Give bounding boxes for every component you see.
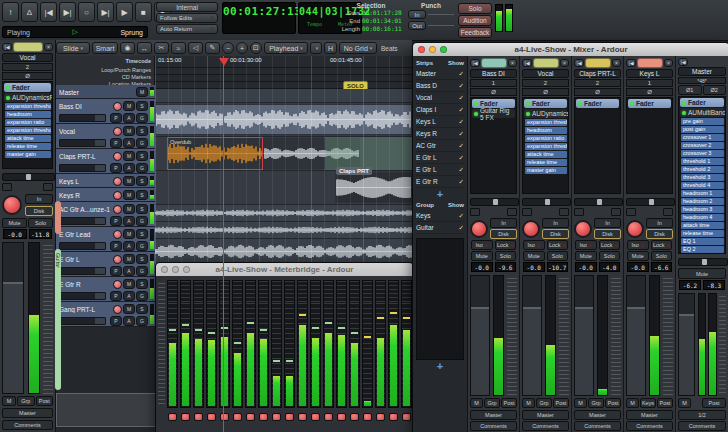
comments-button[interactable]: Comments (678, 421, 726, 431)
track-playlist-button[interactable]: P (110, 113, 122, 123)
grid-unit-label[interactable]: Beats (381, 45, 398, 52)
solo-iso-button[interactable]: Iso (523, 240, 545, 250)
track-solo-button[interactable]: S (136, 126, 148, 136)
track-name[interactable]: Keys R (59, 192, 112, 199)
strip-visible-check[interactable]: ✓ (459, 116, 464, 127)
canvas-row-vocal[interactable]: Overdub (155, 137, 412, 171)
track-name[interactable]: AC Gtr A...unze-1 (59, 206, 112, 213)
transport-button[interactable]: ○ (78, 2, 95, 22)
plugin-control-chip[interactable]: release time (5, 143, 51, 150)
pan-left-button[interactable] (522, 208, 532, 216)
track-group-button[interactable]: G (136, 316, 148, 326)
monitor-disk-button[interactable]: Disk (646, 229, 673, 239)
mute-button[interactable]: Mute (2, 218, 27, 228)
fader-processor[interactable]: Fader (576, 99, 619, 108)
pan-right-button[interactable] (663, 208, 673, 216)
follow-edits-toggle[interactable]: Follow Edits (156, 13, 218, 23)
output-button[interactable]: 1/2 (678, 410, 726, 420)
phase-invert-button[interactable]: Ø (470, 88, 517, 96)
processor-led[interactable] (526, 102, 530, 106)
strip-input-count[interactable]: 1 (470, 79, 517, 87)
metering-point-button[interactable]: M (522, 398, 535, 408)
metering-point-button[interactable]: M (574, 398, 587, 408)
track-mute-button[interactable]: M (123, 151, 135, 161)
meter-post-button[interactable]: Post (657, 398, 673, 408)
pan-left-button[interactable] (574, 208, 584, 216)
edit-tool-button[interactable]: ✎ (205, 42, 220, 54)
track-header[interactable]: AC Gtr A...unze-1 M S P A G (56, 202, 155, 227)
audio-region-claps[interactable] (335, 172, 412, 203)
processor-box[interactable]: Fader Guitar Rig 5 FX (470, 97, 517, 194)
ruler-row-timecode[interactable]: Timecode (56, 56, 151, 67)
fader-processor[interactable]: Fader (524, 99, 567, 108)
transport-button[interactable]: ▶| (59, 2, 76, 22)
mute-button[interactable]: Mute (627, 251, 649, 261)
record-enable-dot[interactable] (259, 413, 268, 421)
strip-color-box[interactable] (585, 58, 611, 68)
strip-name-button[interactable]: Master (678, 67, 726, 76)
strips-list-item[interactable]: E Gtr L✓ (416, 152, 464, 164)
group-visible-check[interactable]: ✓ (459, 210, 464, 221)
meter-post-button[interactable]: Post (605, 398, 621, 408)
strip-visible-check[interactable]: ✓ (459, 92, 464, 103)
gain-fader[interactable] (678, 293, 695, 396)
record-enable-button[interactable] (470, 220, 488, 238)
processor-led[interactable] (6, 86, 10, 90)
record-enable-dot[interactable] (272, 413, 281, 421)
selection-end-value[interactable]: 00:01:34:01 (362, 17, 402, 25)
strip-close-button[interactable]: × (560, 59, 569, 67)
pan-slider[interactable] (678, 258, 728, 266)
solo-iso-button[interactable]: Iso (575, 240, 597, 250)
track-mute-button[interactable]: M (123, 126, 135, 136)
record-enable-dot[interactable] (389, 413, 398, 421)
plugin-control-chip[interactable]: threshold 2 (681, 166, 724, 173)
strip-color-box[interactable] (637, 58, 663, 68)
edit-tool-button[interactable]: ↔ (137, 42, 152, 54)
track-record-button[interactable] (113, 280, 122, 289)
track-record-button[interactable] (113, 102, 122, 111)
plugin-control-chip[interactable]: master gain (5, 151, 51, 158)
strip-name-button[interactable]: Bass DI (470, 69, 517, 78)
zoom-fit-button[interactable]: ⊡ (250, 42, 262, 54)
meter-post-button[interactable]: Post (553, 398, 569, 408)
peak-display[interactable]: -4.0 (599, 262, 621, 272)
output-button[interactable]: Master (574, 410, 621, 420)
track-group-button[interactable]: G (136, 216, 148, 226)
strip-name-button[interactable]: Vocal (2, 53, 53, 62)
monitor-disk-button[interactable]: Disk (25, 206, 53, 216)
shuttle-indicator[interactable]: ▷ (30, 28, 120, 36)
minimize-window-button[interactable] (172, 266, 179, 273)
record-enable-dot[interactable] (311, 413, 320, 421)
plugin-control-chip[interactable]: headroom 2 (681, 198, 724, 205)
mute-button[interactable]: Mute (523, 251, 545, 261)
track-header[interactable]: Keys R M S P A G (56, 188, 155, 202)
peak-display[interactable]: -11.8 (29, 229, 53, 239)
strips-list-item[interactable]: Master✓ (416, 68, 464, 80)
meter-post-button[interactable]: Post (702, 398, 726, 408)
zoom-window-button[interactable] (440, 46, 447, 53)
mute-button[interactable]: Mute (575, 251, 597, 261)
ruler-row-loop-punch[interactable]: Loop/Punch Ranges (56, 67, 151, 74)
group-button[interactable]: Grp (536, 398, 552, 408)
pan-left-button[interactable] (2, 183, 12, 191)
track-record-button[interactable] (113, 152, 122, 161)
plugin-control-chip[interactable]: expansion threshold (525, 119, 567, 126)
shuttle-mode[interactable]: Sprung (120, 29, 143, 36)
plugin-processor[interactable]: AUMultiBand (680, 108, 724, 117)
strips-list-item[interactable]: E Gtr R✓ (416, 176, 464, 188)
pan-right-button[interactable] (507, 208, 517, 216)
fader-lock-button[interactable]: Lock (651, 240, 673, 250)
comments-button[interactable]: Comments (626, 421, 673, 431)
record-enable-dot[interactable] (402, 413, 411, 421)
strips-list-item[interactable]: E Gtr L✓ (416, 164, 464, 176)
record-enable-dot[interactable] (350, 413, 359, 421)
show-column-header[interactable]: Show (448, 60, 464, 66)
plugin-control-chip[interactable]: headroom 3 (681, 206, 724, 213)
close-window-button[interactable] (161, 266, 168, 273)
record-enable-dot[interactable] (324, 413, 333, 421)
track-playlist-button[interactable]: P (110, 216, 122, 226)
track-group-button[interactable]: G (136, 113, 148, 123)
track-gain-slider[interactable] (59, 114, 106, 122)
track-playlist-button[interactable]: P (110, 163, 122, 173)
pan-right-button[interactable] (559, 208, 569, 216)
